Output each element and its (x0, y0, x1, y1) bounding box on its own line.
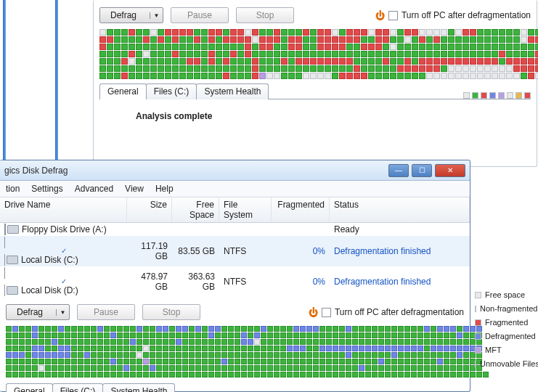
pause-button[interactable]: Pause (171, 7, 229, 23)
col-free[interactable]: Free Space (172, 197, 219, 222)
minimize-button[interactable]: — (388, 164, 409, 177)
table-row[interactable]: Floppy Disk Drive (A:)Ready (0, 223, 470, 236)
stop-button[interactable]: Stop (236, 7, 294, 23)
defrag-label: Defrag (7, 307, 56, 317)
menu-advanced[interactable]: Advanced (75, 184, 113, 194)
legend-mft: MFT (485, 346, 502, 354)
tab-system-health[interactable]: System Health (196, 83, 269, 99)
tab-system-health[interactable]: System Health (102, 383, 175, 392)
maximize-button[interactable]: ☐ (412, 164, 432, 177)
drive-icon (7, 286, 18, 295)
legend-frag: Fragmented (485, 318, 528, 327)
drive-checkbox[interactable] (4, 237, 123, 266)
drive-icon (7, 256, 18, 264)
turnoff-label: Turn off PC after defragmentation (402, 10, 531, 20)
menu-view[interactable]: View (125, 184, 144, 194)
mini-legend (463, 92, 531, 99)
top-tabs: General Files (C:) System Health (99, 83, 269, 99)
titlebar[interactable]: gics Disk Defrag — ☐ ✕ (0, 160, 470, 181)
legend-unmov: Unmovable Files (480, 359, 538, 368)
drive-list: Floppy Disk Drive (A:)ReadyLocal Disk (C… (0, 223, 470, 297)
drive-list-header: Drive Name Size Free Space File System F… (0, 197, 470, 223)
tab-files[interactable]: Files (C:) (146, 83, 197, 99)
cluster-map-top (99, 29, 531, 80)
stop-button[interactable]: Stop (142, 304, 200, 320)
col-size[interactable]: Size (127, 197, 172, 222)
top-window: Defrag ▼ Pause Stop ⏻ Turn off PC after … (93, 0, 537, 167)
analysis-status: Analysis complete (136, 111, 531, 121)
defrag-dropdown[interactable]: Defrag ▼ (6, 304, 70, 320)
turnoff-checkbox[interactable] (322, 308, 331, 317)
defrag-label: Defrag (100, 10, 150, 20)
menu-help[interactable]: Help (155, 184, 174, 194)
col-frag[interactable]: Fragmented (272, 197, 330, 222)
window-title: gics Disk Defrag (4, 166, 68, 176)
power-icon: ⏻ (375, 10, 385, 21)
second-tabs: General Files (C:) System Health (6, 383, 175, 392)
tab-files[interactable]: Files (C:) (52, 383, 104, 392)
turnoff-label: Turn off PC after defragmentation (335, 307, 464, 317)
legend-free: Free space (485, 290, 525, 299)
close-button[interactable]: ✕ (435, 164, 465, 177)
menu-settings[interactable]: Settings (31, 184, 62, 194)
table-row[interactable]: Local Disk (D:)478.97 GB363.63 GBNTFS0%D… (0, 266, 470, 297)
defrag-dropdown[interactable]: Defrag ▼ (99, 7, 163, 23)
drive-checkbox[interactable] (4, 267, 123, 296)
tab-general[interactable]: General (6, 383, 53, 392)
table-row[interactable]: Local Disk (C:)117.19 GB83.55 GBNTFS0%De… (0, 236, 470, 266)
second-toolbar: Defrag ▼ Pause Stop ⏻ Turn off PC after … (6, 304, 464, 320)
legend-nonfrag: Non-fragmented (480, 304, 538, 313)
col-status[interactable]: Status (330, 197, 470, 222)
drive-checkbox[interactable] (4, 224, 6, 235)
second-window: gics Disk Defrag — ☐ ✕ tion Settings Adv… (0, 160, 470, 392)
power-icon: ⏻ (309, 307, 318, 318)
window-buttons: — ☐ ✕ (386, 164, 465, 177)
legend-defrag: Defragmented (485, 332, 536, 340)
legend-panel: Free space Non-fragmented Fragmented Def… (475, 290, 536, 368)
menu-action[interactable]: tion (6, 184, 20, 194)
pause-button[interactable]: Pause (77, 304, 135, 320)
col-name[interactable]: Drive Name (0, 197, 127, 222)
tab-general[interactable]: General (99, 83, 147, 99)
drive-icon (7, 225, 19, 234)
top-toolbar: Defrag ▼ Pause Stop ⏻ Turn off PC after … (99, 7, 531, 23)
cluster-map-bottom (6, 326, 464, 378)
chevron-down-icon: ▼ (150, 12, 163, 19)
chevron-down-icon: ▼ (56, 309, 69, 316)
turnoff-checkbox[interactable] (388, 11, 398, 20)
col-fs[interactable]: File System (219, 197, 272, 222)
menubar: tion Settings Advanced View Help (0, 181, 470, 197)
